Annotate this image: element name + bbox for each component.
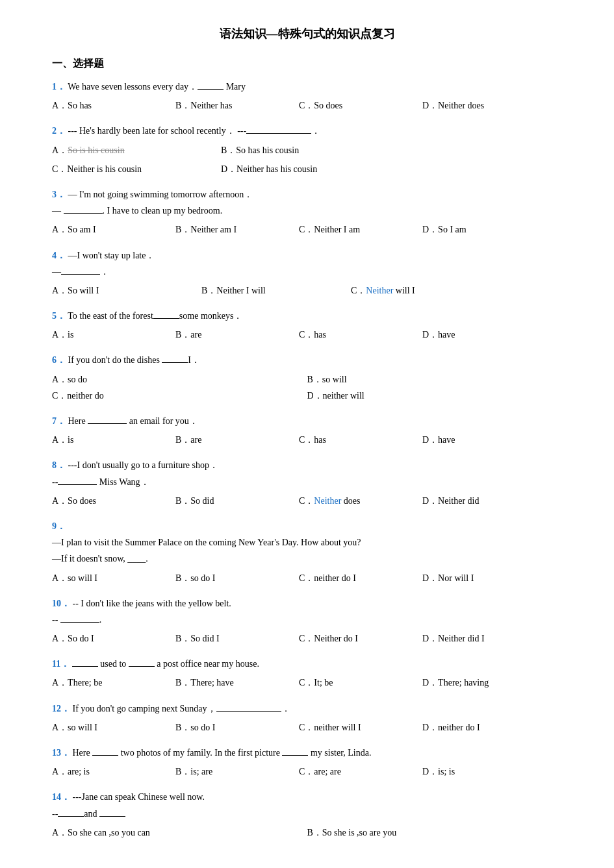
q9-optC[interactable]: C．neither do I	[299, 570, 422, 586]
q11-optC[interactable]: C．It; be	[299, 675, 422, 691]
q10-optB[interactable]: B．So did I	[175, 630, 299, 647]
q3-optB[interactable]: B．Neither am I	[175, 221, 299, 238]
q7-optC[interactable]: C．has	[299, 432, 422, 448]
q5-text: To the east of the forestsome monkeys．	[68, 311, 242, 321]
q13-optC[interactable]: C．are; are	[299, 763, 422, 780]
q2-optC[interactable]: C．Neither is his cousin	[52, 161, 221, 177]
q10-optD[interactable]: D．Neither did I	[422, 630, 546, 647]
q8-optA[interactable]: A．So does	[52, 493, 175, 509]
q8-line1: ---I don't usually go to a furniture sho…	[68, 460, 219, 470]
q10-number: 10．	[52, 599, 70, 608]
q3-optA[interactable]: A．So am I	[52, 221, 175, 238]
q4-optA[interactable]: A．So will I	[52, 282, 201, 299]
q2-optD[interactable]: D．Neither has his cousin	[221, 161, 390, 177]
q8-line2: -- Miss Wang．	[52, 477, 149, 487]
question-9: 9． —I plan to visit the Summer Palace on…	[52, 518, 562, 586]
q11-text: used to a post office near my house.	[72, 659, 259, 669]
question-6: 6． If you don't do the dishes I． A．so do…	[52, 352, 562, 404]
q8-number: 8．	[52, 460, 66, 470]
question-12: 12． If you don't go camping next Sunday，…	[52, 701, 562, 736]
q7-optD[interactable]: D．have	[422, 432, 546, 448]
question-4: 4． —I won't stay up late． —． A．So will I…	[52, 247, 562, 299]
q9-optB[interactable]: B．so do I	[175, 570, 299, 586]
q2-optA[interactable]: A．So is his cousin	[52, 142, 221, 158]
q11-optB[interactable]: B．There; have	[175, 675, 299, 691]
question-2: 2． --- He's hardly been late for school …	[52, 123, 562, 177]
section-title: 一、选择题	[52, 57, 562, 71]
q10-optC[interactable]: C．Neither do I	[299, 630, 422, 647]
q9-number: 9．	[52, 521, 66, 531]
q3-optD[interactable]: D．So I am	[422, 221, 546, 238]
page-title: 语法知识—特殊句式的知识点复习	[52, 26, 562, 42]
q14-number: 14．	[52, 792, 70, 802]
q8-optC[interactable]: C．Neither does	[299, 493, 422, 509]
q12-text: If you don't go camping next Sunday，．	[73, 704, 290, 713]
question-5: 5． To the east of the forestsome monkeys…	[52, 308, 562, 343]
q9-optA[interactable]: A．so will I	[52, 570, 175, 586]
question-14: 14． ---Jane can speak Chinese well now. …	[52, 789, 562, 841]
q6-optD[interactable]: D．neither will	[307, 388, 563, 404]
q10-line1: -- I don't like the jeans with the yello…	[73, 599, 231, 608]
q9-optD[interactable]: D．Nor will I	[422, 570, 546, 586]
q10-line2: -- .	[52, 615, 101, 625]
q13-optD[interactable]: D．is; is	[422, 763, 546, 780]
q2-optB[interactable]: B．So has his cousin	[221, 142, 390, 158]
q13-optA[interactable]: A．are; is	[52, 763, 175, 780]
q4-line1: —I won't stay up late．	[68, 251, 155, 260]
q1-text: We have seven lessons every day． Mary	[68, 82, 246, 92]
q5-number: 5．	[52, 311, 66, 321]
question-10: 10． -- I don't like the jeans with the y…	[52, 595, 562, 647]
q5-optA[interactable]: A．is	[52, 327, 175, 343]
question-11: 11． used to a post office near my house.…	[52, 656, 562, 691]
q13-optB[interactable]: B．is; are	[175, 763, 299, 780]
q2-text: --- He's hardly been late for school rec…	[68, 126, 321, 136]
question-1: 1． We have seven lessons every day． Mary…	[52, 79, 562, 114]
q12-number: 12．	[52, 704, 70, 713]
q14-optA[interactable]: A．So she can ,so you can	[52, 825, 307, 841]
question-13: 13． Here two photos of my family. In the…	[52, 745, 562, 780]
question-7: 7． Here an email for you． A．is B．are C．h…	[52, 413, 562, 448]
q1-optC[interactable]: C．So does	[299, 97, 422, 114]
q6-text: If you don't do the dishes I．	[68, 355, 201, 365]
q7-number: 7．	[52, 416, 66, 426]
q7-optA[interactable]: A．is	[52, 432, 175, 448]
q1-optD[interactable]: D．Neither does	[422, 97, 546, 114]
q12-optD[interactable]: D．neither do I	[422, 719, 546, 736]
q3-line1: — I'm not going swimming tomorrow aftern…	[68, 190, 253, 199]
q8-optB[interactable]: B．So did	[175, 493, 299, 509]
q5-optC[interactable]: C．has	[299, 327, 422, 343]
q12-optA[interactable]: A．so will I	[52, 719, 175, 736]
q6-optB[interactable]: B．so will	[307, 371, 563, 388]
q5-optD[interactable]: D．have	[422, 327, 546, 343]
q5-optB[interactable]: B．are	[175, 327, 299, 343]
q4-optC[interactable]: C．Neither will I	[351, 282, 500, 299]
q1-number: 1．	[52, 82, 66, 92]
q11-optD[interactable]: D．There; having	[422, 675, 546, 691]
q7-optB[interactable]: B．are	[175, 432, 299, 448]
q10-optA[interactable]: A．So do I	[52, 630, 175, 647]
q1-optB[interactable]: B．Neither has	[175, 97, 299, 114]
q13-number: 13．	[52, 748, 70, 758]
question-8: 8． ---I don't usually go to a furniture …	[52, 457, 562, 509]
q12-optC[interactable]: C．neither will I	[299, 719, 422, 736]
q9-line1: —I plan to visit the Summer Palace on th…	[52, 538, 361, 547]
q3-line2: — . I have to clean up my bedroom.	[52, 206, 222, 216]
question-3: 3． — I'm not going swimming tomorrow aft…	[52, 186, 562, 238]
q9-line2: —If it doesn't snow, ____.	[52, 554, 148, 564]
q14-optB[interactable]: B．So she is ,so are you	[307, 825, 563, 841]
q6-optA[interactable]: A．so do	[52, 371, 307, 388]
q4-optB[interactable]: B．Neither I will	[201, 282, 351, 299]
q4-line2: —．	[52, 267, 109, 277]
q11-number: 11．	[52, 659, 70, 669]
q3-optC[interactable]: C．Neither I am	[299, 221, 422, 238]
q11-optA[interactable]: A．There; be	[52, 675, 175, 691]
q7-text: Here an email for you．	[68, 416, 198, 426]
q1-optA[interactable]: A．So has	[52, 97, 175, 114]
q14-line2: --and	[52, 809, 125, 819]
q6-number: 6．	[52, 355, 66, 365]
q14-line1: ---Jane can speak Chinese well now.	[73, 792, 205, 802]
q3-number: 3．	[52, 190, 66, 199]
q6-optC[interactable]: C．neither do	[52, 388, 307, 404]
q8-optD[interactable]: D．Neither did	[422, 493, 546, 509]
q12-optB[interactable]: B．so do I	[175, 719, 299, 736]
